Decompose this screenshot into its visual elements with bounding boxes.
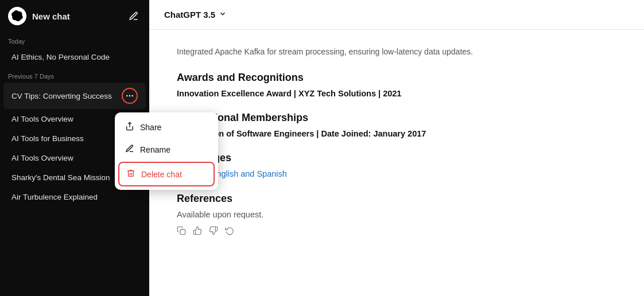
refresh-icon[interactable]	[225, 226, 234, 237]
context-share-label: Share	[140, 123, 161, 132]
trash-icon	[126, 169, 135, 180]
svg-point-0	[126, 95, 128, 97]
sidebar-item-cv-tips[interactable]: CV Tips: Converting Success	[3, 83, 146, 109]
model-name: ChatGPT 3.5	[164, 10, 215, 20]
thumbs-down-icon[interactable]	[209, 226, 218, 237]
copy-icon[interactable]	[177, 226, 186, 237]
content-area: Integrated Apache Kafka for stream proce…	[149, 30, 644, 296]
main-area: ChatGPT 3.5 Integrated Apache Kafka for …	[149, 0, 644, 296]
topbar: ChatGPT 3.5	[149, 0, 644, 30]
section-memberships: Professional Memberships Association of …	[177, 112, 616, 141]
context-menu-share[interactable]: Share	[118, 116, 215, 138]
svg-rect-4	[180, 229, 185, 235]
new-chat-label: New chat	[32, 11, 70, 21]
memberships-body: Association of Software Engineers | Date…	[177, 127, 616, 141]
pencil-icon	[125, 144, 134, 155]
references-heading: References	[177, 193, 616, 205]
chevron-down-icon	[219, 10, 227, 20]
section-awards: Awards and Recognitions Innovation Excel…	[177, 72, 616, 100]
logo-area: New chat	[8, 7, 70, 25]
svg-point-2	[131, 95, 133, 97]
feedback-icons	[177, 226, 616, 237]
sidebar-section-today: Today AI Ethics, No Personal Code	[0, 32, 149, 67]
sidebar: New chat Today AI Ethics, No Personal Co…	[0, 0, 149, 296]
languages-heading: Languages	[177, 152, 616, 164]
openai-logo	[8, 7, 26, 25]
section-languages: Languages Fluent in English and Spanish	[177, 152, 616, 181]
svg-point-1	[129, 95, 131, 97]
model-selector[interactable]: ChatGPT 3.5	[158, 6, 232, 23]
languages-body: Fluent in English and Spanish	[177, 168, 616, 181]
sidebar-item-air-turbulence[interactable]: Air Turbulence Explained	[3, 188, 146, 207]
awards-heading: Awards and Recognitions	[177, 72, 616, 84]
more-options-button[interactable]	[122, 88, 138, 104]
context-delete-label: Delete chat	[141, 170, 182, 179]
section-label-today: Today	[0, 32, 149, 47]
memberships-heading: Professional Memberships	[177, 112, 616, 124]
context-rename-label: Rename	[140, 145, 170, 154]
context-menu-rename[interactable]: Rename	[118, 138, 215, 161]
references-body: Available upon request.	[177, 208, 616, 221]
section-references: References Available upon request.	[177, 193, 616, 237]
sidebar-header: New chat	[0, 0, 149, 32]
section-label-previous: Previous 7 Days	[0, 67, 149, 82]
compose-button[interactable]	[126, 9, 141, 24]
sidebar-item-ai-ethics[interactable]: AI Ethics, No Personal Code	[3, 48, 146, 67]
thumbs-up-icon[interactable]	[193, 226, 202, 237]
top-note: Integrated Apache Kafka for stream proce…	[177, 46, 616, 58]
context-menu: Share Rename Delete chat	[115, 112, 218, 190]
awards-body: Innovation Excellence Award | XYZ Tech S…	[177, 87, 616, 100]
context-menu-delete[interactable]: Delete chat	[118, 162, 215, 186]
share-icon	[125, 122, 134, 133]
